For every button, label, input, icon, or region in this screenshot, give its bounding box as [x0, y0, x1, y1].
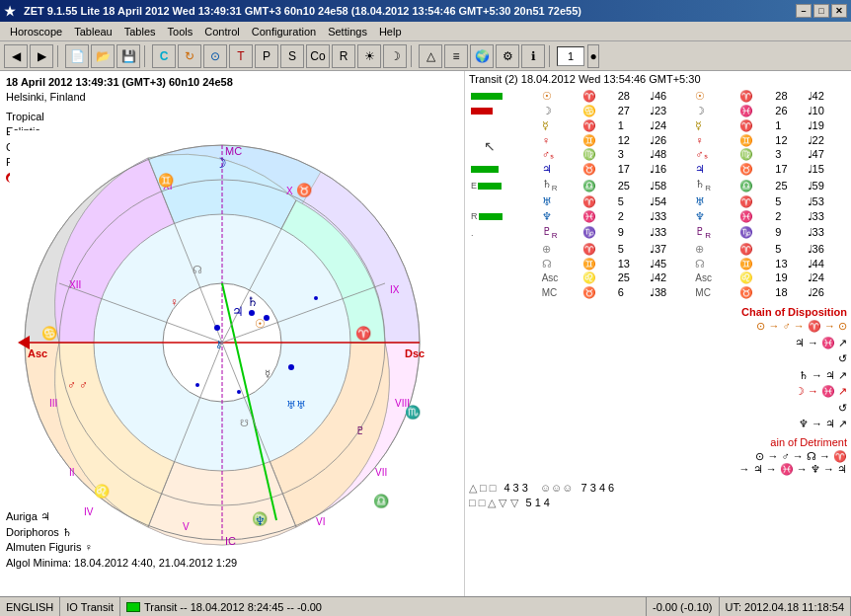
detriment-chain: ⊙ → ♂ → ☊ → ♈	[469, 450, 847, 463]
status-value: -0.00 (-0.10)	[647, 597, 720, 616]
menu-control[interactable]: Control	[198, 24, 245, 39]
tb-prog[interactable]: P	[255, 44, 278, 68]
symbols-row1: △ □ □ 4 3 3 ☺☺☺ 7 3 4 6	[469, 482, 847, 495]
status-transit: Transit -- 18.04.2012 8:24:45 -- -0.00	[120, 597, 647, 616]
planet-data-table: ☉ ♈ 28 ♩46 ☉ ♈ 28 ♩42 ☽ ♋ 27 ♩23 ☽ ♓	[469, 89, 847, 300]
tb-open[interactable]: 📂	[91, 44, 115, 68]
tb-aspects[interactable]: △	[419, 44, 442, 68]
planet-row-node1: ⊕ ♈ 5 ♩37 ⊕ ♈ 5 ♩36	[469, 242, 847, 257]
tb-num-input[interactable]	[557, 46, 584, 66]
aspect-bar-jupiter	[471, 166, 499, 173]
svg-text:♂: ♂	[67, 378, 76, 392]
tb-lunar[interactable]: ☽	[383, 44, 407, 68]
maximize-button[interactable]: □	[813, 4, 829, 18]
planet-row-uranus: ♅ ♈ 5 ♩54 ♅ ♈ 5 ♩53	[469, 194, 847, 209]
svg-point-53	[288, 364, 294, 370]
aspect-symbols: △ □ □ 4 3 3 ☺☺☺ 7 3 4 6 □ □ △ ▽ ▽ 5 1 4	[469, 482, 847, 509]
menu-tables[interactable]: Tables	[118, 24, 162, 39]
aspect-bar-moon	[471, 108, 493, 115]
tb-atlas[interactable]: 🌍	[470, 44, 494, 68]
svg-text:♄: ♄	[247, 294, 259, 309]
chain-row-1: ⊙ → ♂ → ♈ → ⊙	[756, 318, 847, 335]
svg-point-54	[237, 390, 241, 394]
svg-text:♈: ♈	[355, 325, 372, 342]
menu-horoscope[interactable]: Horoscope	[4, 24, 68, 39]
tb-transit[interactable]: T	[229, 44, 253, 68]
tb-save[interactable]: 💾	[116, 44, 140, 68]
tb-synastry[interactable]: S	[280, 44, 304, 68]
chain-row-4: ♄ → ♃ ↗	[799, 367, 847, 384]
tb-info[interactable]: ℹ	[521, 44, 545, 68]
tb-sep3	[411, 45, 415, 67]
tb-back[interactable]: ◀	[4, 44, 28, 68]
menu-settings[interactable]: Settings	[322, 24, 373, 39]
svg-text:X: X	[286, 186, 293, 196]
menu-tableau[interactable]: Tableau	[68, 24, 118, 39]
title-bar-title: ★ ZET 9.1.55 Lite 18 April 2012 Wed 13:4…	[4, 4, 581, 19]
detriment-chain2: → ♃ → ♓ → ♆ → ♃	[469, 463, 847, 476]
planet-row-venus: ♀ ♊ 12 ♩26 ♀ ♊ 12 ♩22	[469, 133, 847, 148]
planet-row-mc: MC ♉ 6 ♩38 MC ♉ 18 ♩26	[469, 285, 847, 300]
planet-row-jupiter: ♃ ♉ 17 ♩16 ♃ ♉ 17 ♩15	[469, 162, 847, 177]
close-button[interactable]: ✕	[831, 4, 847, 18]
svg-text:♊: ♊	[158, 172, 175, 189]
title-bar: ★ ZET 9.1.55 Lite 18 April 2012 Wed 13:4…	[0, 0, 851, 22]
tb-forward[interactable]: ▶	[30, 44, 53, 68]
svg-text:VII: VII	[375, 467, 387, 478]
menu-help[interactable]: Help	[373, 24, 408, 39]
aspect-bar-sun	[471, 93, 503, 100]
zodiac-wheel: MC IC XII XI X IX VIII VI V IV III II VI…	[10, 130, 434, 555]
svg-text:♋: ♋	[41, 325, 58, 342]
title-text: ZET 9.1.55 Lite 18 April 2012 Wed 13:49:…	[24, 5, 581, 17]
planet-row-pluto: · ♇R ♑ 9 ♩33 ♇R ♑ 9 ♩33	[469, 224, 847, 242]
tb-counter: ●	[557, 44, 599, 68]
chart-tropical: Tropical	[6, 110, 233, 124]
tb-sep1	[57, 45, 61, 67]
tb-undo[interactable]: C	[152, 44, 176, 68]
tb-refresh[interactable]: ↻	[178, 44, 201, 68]
svg-text:IX: IX	[390, 284, 400, 295]
planet-row-mercury: ☿ ♈ 1 ♩24 ☿ ♈ 1 ♩19	[469, 118, 847, 133]
chart-panel: 18 April 2012 13:49:31 (GMT+3) 60n10 24e…	[0, 71, 464, 596]
data-panel: ↖ Transit (2) 18.04.2012 Wed 13:54:46 GM…	[464, 71, 851, 596]
chain-title: Chain of Disposition	[469, 306, 847, 318]
svg-text:Asc: Asc	[28, 347, 47, 359]
svg-text:⚷: ⚷	[215, 339, 222, 349]
svg-text:☋: ☋	[240, 418, 249, 428]
svg-text:☿: ☿	[265, 368, 271, 379]
symbols-row2: □ □ △ ▽ ▽ 5 1 4	[469, 497, 847, 509]
svg-point-55	[195, 383, 199, 387]
menu-configuration[interactable]: Configuration	[246, 24, 322, 39]
svg-point-50	[214, 325, 220, 331]
tb-horoscope[interactable]: ⊙	[203, 44, 227, 68]
tb-new[interactable]: 📄	[65, 44, 89, 68]
svg-text:☊: ☊	[193, 264, 202, 275]
menu-tools[interactable]: Tools	[162, 24, 199, 39]
svg-text:♉: ♉	[296, 182, 313, 198]
tb-solar[interactable]: ☀	[357, 44, 381, 68]
auriga-info: Auriga ♃	[6, 509, 458, 524]
planet-row-sun: ☉ ♈ 28 ♩46 ☉ ♈ 28 ♩42	[469, 89, 847, 104]
status-ut: UT: 2012.04.18 11:18:54	[720, 597, 851, 616]
tb-num-dot[interactable]: ●	[587, 44, 599, 68]
planet-row-mars: ♂ₛ ♍ 3 ♩48 ♂ₛ ♍ 3 ♩47	[469, 147, 847, 162]
planet-row-asc: Asc ♌ 25 ♩42 Asc ♌ 19 ♩24	[469, 270, 847, 285]
svg-text:♎: ♎	[373, 493, 390, 509]
menu-bar: Horoscope Tableau Tables Tools Control C…	[0, 22, 851, 41]
tb-composite[interactable]: Co	[306, 44, 330, 68]
status-mode[interactable]: IO Transit	[60, 597, 120, 616]
status-lang[interactable]: ENGLISH	[0, 597, 60, 616]
tb-table[interactable]: ≡	[444, 44, 468, 68]
main-area: 18 April 2012 13:49:31 (GMT+3) 60n10 24e…	[0, 71, 851, 596]
svg-text:♀: ♀	[170, 295, 179, 309]
toolbar: ◀ ▶ 📄 📂 💾 C ↻ ⊙ T P S Co R ☀ ☽ △ ≡ 🌍 ⚙ ℹ…	[0, 41, 851, 71]
chain-section: Chain of Disposition ⊙ → ♂ → ♈ → ⊙ ♃ → ♓…	[469, 306, 847, 432]
tb-settings2[interactable]: ⚙	[496, 44, 519, 68]
planet-row-moon: ☽ ♋ 27 ♩23 ☽ ♓ 26 ♩10	[469, 104, 847, 118]
minimize-button[interactable]: –	[796, 4, 812, 18]
svg-text:♅♅: ♅♅	[286, 399, 306, 411]
tb-rectify[interactable]: R	[332, 44, 355, 68]
svg-text:II: II	[69, 467, 75, 478]
window-controls[interactable]: – □ ✕	[796, 4, 847, 18]
svg-text:Dsc: Dsc	[405, 347, 425, 359]
